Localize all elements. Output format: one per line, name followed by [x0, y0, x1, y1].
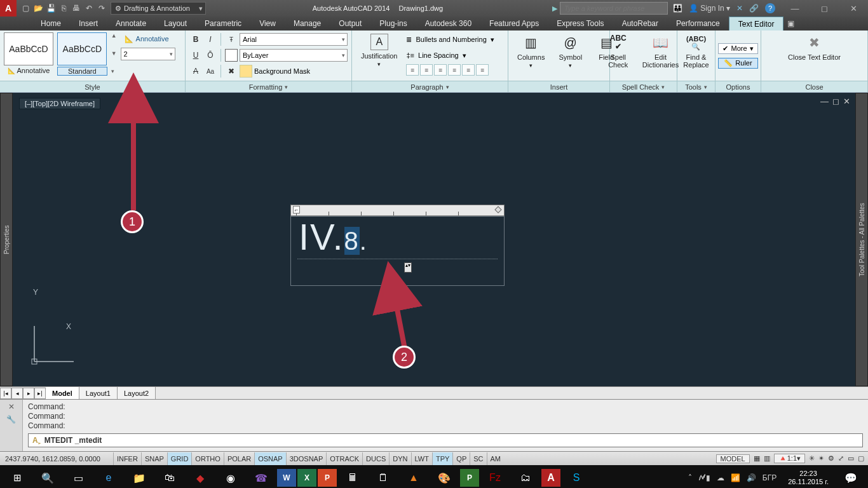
viewport-label[interactable]: [–][Top][2D Wireframe] — [19, 98, 100, 109]
exchange-icon[interactable]: ✕ — [736, 4, 743, 13]
system-tray[interactable]: ˄ 🗲▮ ☁ 📶 🔊 БГР — [688, 473, 780, 482]
tab-insert[interactable]: Insert — [70, 17, 107, 30]
chrome-icon[interactable]: ◉ — [216, 465, 245, 488]
status-toggle-sc[interactable]: SC — [470, 452, 486, 465]
textstyle-annotative[interactable]: AaBbCcD 📐Annotative — [4, 32, 53, 74]
status-toggle-3dosnap[interactable]: 3DOSNAP — [286, 452, 327, 465]
textstyle-standard[interactable]: AaBbCcD Standard — [57, 32, 107, 76]
vp-close-icon[interactable]: ✕ — [843, 97, 850, 106]
vp-maximize-icon[interactable]: ◻ — [832, 97, 839, 106]
align-left-button[interactable]: ≡ — [406, 64, 419, 76]
maximize-button[interactable]: ◻ — [810, 0, 839, 17]
language-indicator[interactable]: БГР — [763, 473, 776, 482]
bold-button[interactable]: B — [189, 33, 202, 46]
status-toggle-dyn[interactable]: DYN — [389, 452, 410, 465]
align-justify-button[interactable]: ≡ — [448, 64, 461, 76]
command-input[interactable]: A˲ MTEDIT _mtedit — [28, 433, 863, 447]
app-icon[interactable]: 🗂 — [511, 465, 540, 488]
autocad-taskbar-icon[interactable]: A — [541, 469, 560, 487]
status-icon[interactable]: ▥ — [764, 454, 770, 463]
columns-button[interactable]: ▥Columns▾ — [512, 32, 550, 71]
status-toggle-tpy[interactable]: TPY — [432, 452, 452, 465]
command-handle[interactable]: ✕🔧 — [0, 400, 23, 451]
paint-icon[interactable]: 🎨 — [430, 465, 459, 488]
close-text-editor-button[interactable]: ✖Close Text Editor — [783, 32, 846, 62]
search-go-icon[interactable]: ▶ — [552, 4, 557, 13]
alignment-buttons[interactable]: ≡ ≡ ≡ ≡ ≡ ≡ — [406, 64, 494, 76]
status-toggle-ortho[interactable]: ORTHO — [191, 452, 224, 465]
tab-output[interactable]: Output — [330, 17, 370, 30]
layout-tab-model[interactable]: Model — [46, 387, 79, 399]
new-icon[interactable]: ▢ — [20, 3, 31, 13]
align-dist-button[interactable]: ≡ — [462, 64, 475, 76]
status-toggle-infer[interactable]: INFER — [113, 452, 141, 465]
mtext-content[interactable]: IV.8. — [299, 215, 368, 258]
tab-featured-apps[interactable]: Featured Apps — [480, 17, 548, 30]
volume-icon[interactable]: 🔊 — [747, 473, 756, 482]
style-gallery-scroll[interactable]: ▲▼▾ — [111, 32, 117, 74]
tab-last-button[interactable]: ▸| — [34, 388, 46, 399]
align-right-button[interactable]: ≡ — [434, 64, 447, 76]
search-button[interactable]: 🔍 — [33, 465, 62, 488]
word-icon[interactable]: W — [277, 469, 296, 487]
status-toggle-grid[interactable]: GRID — [167, 452, 192, 465]
redo-icon[interactable]: ↷ — [97, 3, 107, 13]
adobe-icon[interactable]: ◆ — [186, 465, 215, 488]
viber-icon[interactable]: ☎ — [247, 465, 276, 488]
tab-first-button[interactable]: |◂ — [0, 388, 11, 399]
align-default-button[interactable]: ≡ — [476, 64, 489, 76]
status-toggle-snap[interactable]: SNAP — [141, 452, 167, 465]
status-toggle-qp[interactable]: QP — [452, 452, 470, 465]
tab-annotate[interactable]: Annotate — [107, 17, 155, 30]
open-icon[interactable]: 📂 — [33, 3, 43, 13]
status-icon[interactable]: ⚙ — [828, 454, 834, 463]
panel-cycle-icon[interactable]: ▣ — [783, 17, 797, 30]
taskbar-clock[interactable]: 22:2326.11.2015 г. — [782, 470, 835, 486]
vp-minimize-icon[interactable]: — — [820, 97, 829, 106]
excel-icon[interactable]: X — [297, 469, 316, 487]
annotative-toggle[interactable]: 📐 Annotative — [121, 32, 175, 45]
font-dropdown[interactable]: Arial — [240, 33, 348, 46]
tab-express-tools[interactable]: Express Tools — [548, 17, 613, 30]
start-button[interactable]: ⊞ — [3, 465, 32, 488]
justification-button[interactable]: A Justification▾ — [356, 32, 402, 69]
strikethrough-button[interactable]: A — [189, 65, 202, 78]
overline-button[interactable]: Ō — [204, 49, 217, 62]
wifi-icon[interactable]: 📶 — [731, 473, 740, 482]
tray-icon[interactable]: ☁ — [717, 473, 724, 482]
panel-spellcheck-label[interactable]: Spell Check — [610, 81, 677, 92]
layout-tab-layout1[interactable]: Layout1 — [79, 387, 118, 399]
tab-plug-ins[interactable]: Plug-ins — [370, 17, 416, 30]
mtext-ruler[interactable]: ⌐ — [290, 205, 505, 216]
bullets-dropdown[interactable]: ≣ Bullets and Numbering ▾ — [406, 32, 494, 46]
vlc-icon[interactable]: ▲ — [399, 465, 428, 488]
tab-autodesk-360[interactable]: Autodesk 360 — [416, 17, 480, 30]
autocad-logo-icon[interactable]: A — [0, 0, 17, 17]
store-icon[interactable]: 🛍 — [155, 465, 184, 488]
taskview-button[interactable]: ▭ — [64, 465, 93, 488]
edge-icon[interactable]: e — [94, 465, 123, 488]
status-toggle-ducs[interactable]: DUCS — [362, 452, 389, 465]
background-mask-button[interactable]: Background Mask — [254, 67, 310, 75]
tab-layout[interactable]: Layout — [155, 17, 196, 30]
panel-formatting-label[interactable]: Formatting — [186, 81, 351, 92]
layout-tab-layout2[interactable]: Layout2 — [118, 387, 156, 399]
ruler-button[interactable]: 📏 Ruler — [718, 58, 757, 69]
more-button[interactable]: ✔ More ▾ — [718, 43, 757, 54]
tab-parametric[interactable]: Parametric — [196, 17, 250, 30]
save-icon[interactable]: 💾 — [46, 3, 56, 13]
plot-icon[interactable]: 🖶 — [71, 3, 81, 13]
calc-icon[interactable]: 🖩 — [338, 465, 367, 488]
panel-tools-label[interactable]: Tools — [677, 81, 715, 92]
tab-autorebar[interactable]: AutoRebar — [613, 17, 667, 30]
help-icon[interactable]: ? — [765, 3, 775, 13]
status-icon[interactable]: ▭ — [848, 454, 854, 463]
status-toggle-osnap[interactable]: OSNAP — [254, 452, 286, 465]
align-center-button[interactable]: ≡ — [420, 64, 433, 76]
infocenter-icon[interactable]: 👪 — [673, 4, 682, 13]
status-toggle-otrack[interactable]: OTRACK — [326, 452, 362, 465]
underline-button[interactable]: U — [189, 49, 202, 62]
find-replace-button[interactable]: (ABC)🔍Find & Replace — [678, 32, 714, 70]
skype-icon[interactable]: S — [562, 465, 591, 488]
explorer-icon[interactable]: 📁 — [125, 465, 154, 488]
